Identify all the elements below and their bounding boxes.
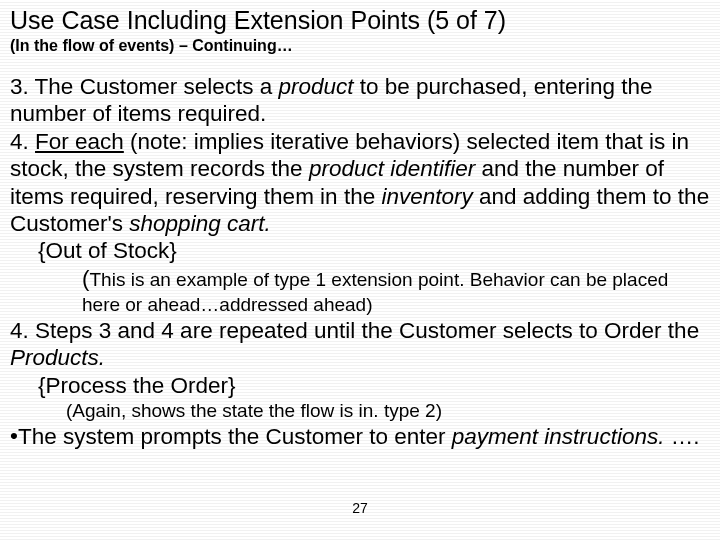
extension-process-order: {Process the Order}: [10, 372, 710, 399]
italic-shopping-cart: shopping cart.: [129, 211, 270, 236]
italic-products: Products.: [10, 345, 105, 370]
text: 3. The Customer selects a: [10, 74, 278, 99]
text: 4. Steps 3 and 4 are repeated until the …: [10, 318, 699, 343]
slide-subtitle: (In the flow of events) – Continuing…: [10, 37, 710, 55]
italic-product-identifier: product identifier: [309, 156, 475, 181]
italic-inventory: inventory: [381, 184, 472, 209]
underline-foreach: For each: [35, 129, 124, 154]
bullet-dot-icon: •: [10, 422, 18, 449]
note-type2: (Again, shows the state the flow is in. …: [10, 399, 710, 423]
text: 4.: [10, 129, 35, 154]
note-type1: (This is an example of type 1 extension …: [10, 265, 710, 317]
step-4-repeat: 4. Steps 3 and 4 are repeated until the …: [10, 317, 710, 372]
bullet-payment: •The system prompts the Customer to ente…: [10, 423, 710, 452]
note-text: This is an example of type 1 extension p…: [82, 269, 668, 315]
italic-payment-instructions: payment instructions.: [452, 424, 665, 449]
slide-title: Use Case Including Extension Points (5 o…: [10, 6, 710, 35]
paren-open: (: [82, 266, 90, 291]
slide-body: 3. The Customer selects a product to be …: [10, 73, 710, 452]
italic-product: product: [278, 74, 353, 99]
text: The system prompts the Customer to enter: [18, 424, 452, 449]
page-number: 27: [0, 500, 720, 516]
slide: Use Case Including Extension Points (5 o…: [0, 0, 720, 540]
step-3: 3. The Customer selects a product to be …: [10, 73, 710, 128]
extension-out-of-stock: {Out of Stock}: [10, 237, 710, 264]
step-4: 4. For each (note: implies iterative beh…: [10, 128, 710, 238]
text: ….: [664, 424, 699, 449]
